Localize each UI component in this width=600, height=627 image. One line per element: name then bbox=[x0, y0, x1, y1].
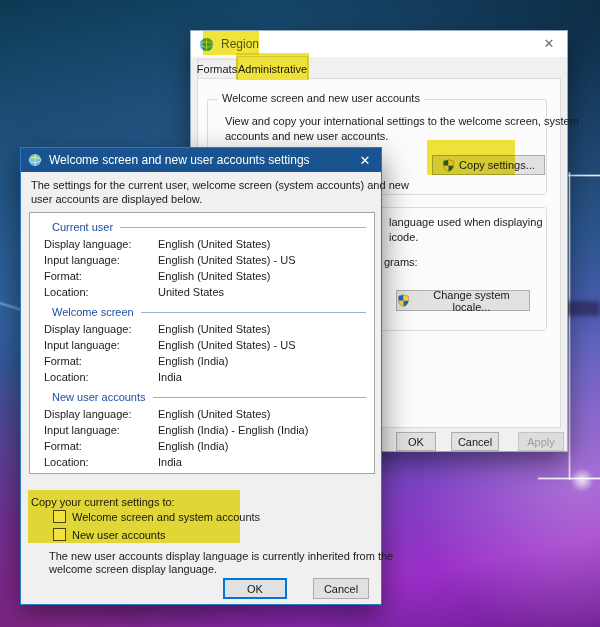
section-divider bbox=[120, 227, 366, 228]
intro-line: The settings for the current user, welco… bbox=[31, 178, 409, 192]
description-line: accounts and new user accounts. bbox=[225, 129, 579, 144]
row-label: Location: bbox=[44, 286, 158, 298]
list-item: Display language:English (United States) bbox=[30, 236, 374, 252]
row-label: Display language: bbox=[44, 408, 158, 420]
welcome-settings-dialog: Welcome screen and new user accounts set… bbox=[20, 147, 382, 605]
tab-administrative[interactable]: Administrative bbox=[237, 56, 308, 80]
row-label: Input language: bbox=[44, 339, 158, 351]
globe-icon bbox=[199, 37, 214, 52]
groupbox-description: View and copy your international setting… bbox=[225, 114, 579, 144]
tab-formats[interactable]: Formats bbox=[197, 59, 237, 79]
row-label: Input language: bbox=[44, 254, 158, 266]
list-item: Location:India bbox=[30, 454, 374, 470]
section-title: Welcome screen bbox=[52, 306, 134, 318]
settings-window-title: Welcome screen and new user accounts set… bbox=[49, 153, 310, 167]
section-title: New user accounts bbox=[52, 391, 146, 403]
row-value: English (India) bbox=[158, 355, 228, 367]
close-icon[interactable]: ✕ bbox=[349, 148, 381, 172]
checkbox-row-welcome-system[interactable]: Welcome screen and system accounts bbox=[53, 510, 260, 523]
section-welcome-screen: Welcome screen Display language:English … bbox=[30, 303, 374, 385]
section-title: Current user bbox=[52, 221, 113, 233]
row-value: English (United States) bbox=[158, 270, 271, 282]
list-item: Location:India bbox=[30, 369, 374, 385]
change-locale-label: Change system locale... bbox=[414, 289, 529, 313]
section-divider bbox=[153, 397, 366, 398]
settings-titlebar: Welcome screen and new user accounts set… bbox=[21, 148, 381, 172]
row-label: Format: bbox=[44, 355, 158, 367]
list-item: Format:English (United States) bbox=[30, 268, 374, 284]
list-item: Format:English (India) bbox=[30, 438, 374, 454]
groupbox-label: Welcome screen and new user accounts bbox=[218, 92, 424, 104]
list-item: Display language:English (United States) bbox=[30, 406, 374, 422]
section-current-user: Current user Display language:English (U… bbox=[30, 218, 374, 300]
row-value: English (India) - English (India) bbox=[158, 424, 308, 436]
copy-settings-label: Copy settings... bbox=[459, 159, 535, 171]
list-item: Input language:English (India) - English… bbox=[30, 422, 374, 438]
checkbox-label[interactable]: Welcome screen and system accounts bbox=[72, 511, 260, 523]
list-item: Location:United States bbox=[30, 284, 374, 300]
row-value: United States bbox=[158, 286, 224, 298]
close-icon[interactable]: ✕ bbox=[537, 31, 561, 55]
settings-cancel-button[interactable]: Cancel bbox=[313, 578, 369, 599]
checkbox-row-new-user[interactable]: New user accounts bbox=[53, 528, 166, 541]
region-titlebar: Region ✕ bbox=[191, 31, 567, 57]
row-label: Display language: bbox=[44, 323, 158, 335]
row-value: India bbox=[158, 371, 182, 383]
note-line: welcome screen display language. bbox=[49, 563, 393, 576]
checkbox-welcome-system-accounts[interactable] bbox=[53, 510, 66, 523]
row-value: English (United States) - US bbox=[158, 254, 296, 266]
list-item: Format:English (India) bbox=[30, 353, 374, 369]
region-window-title: Region bbox=[221, 37, 259, 51]
inheritance-note: The new user accounts display language i… bbox=[49, 550, 393, 576]
locale-text-fragment: language used when displaying bbox=[389, 216, 543, 228]
uac-shield-icon bbox=[397, 294, 410, 307]
copy-current-settings-label: Copy your current settings to: bbox=[31, 496, 175, 508]
description-line: View and copy your international setting… bbox=[225, 114, 579, 129]
row-label: Input language: bbox=[44, 424, 158, 436]
settings-intro-text: The settings for the current user, welco… bbox=[31, 178, 409, 206]
row-label: Location: bbox=[44, 371, 158, 383]
row-value: English (United States) - US bbox=[158, 339, 296, 351]
region-cancel-button[interactable]: Cancel bbox=[451, 432, 499, 451]
list-item: Input language:English (United States) -… bbox=[30, 337, 374, 353]
copy-settings-button[interactable]: Copy settings... bbox=[432, 155, 545, 175]
section-divider bbox=[141, 312, 366, 313]
settings-ok-button[interactable]: OK bbox=[223, 578, 287, 599]
list-item: Display language:English (United States) bbox=[30, 321, 374, 337]
row-value: English (United States) bbox=[158, 408, 271, 420]
row-value: English (India) bbox=[158, 440, 228, 452]
row-value: English (United States) bbox=[158, 238, 271, 250]
uac-shield-icon bbox=[442, 159, 455, 172]
row-value: English (United States) bbox=[158, 323, 271, 335]
note-line: The new user accounts display language i… bbox=[49, 550, 393, 563]
section-new-user-accounts: New user accounts Display language:Engli… bbox=[30, 388, 374, 470]
checkbox-label[interactable]: New user accounts bbox=[72, 529, 166, 541]
region-apply-button: Apply bbox=[518, 432, 564, 451]
change-system-locale-button[interactable]: Change system locale... bbox=[396, 290, 530, 311]
row-label: Location: bbox=[44, 456, 158, 468]
region-ok-button[interactable]: OK bbox=[396, 432, 436, 451]
row-label: Format: bbox=[44, 270, 158, 282]
locale-text-fragment: icode. bbox=[389, 231, 418, 243]
row-value: India bbox=[158, 456, 182, 468]
row-label: Display language: bbox=[44, 238, 158, 250]
row-label: Format: bbox=[44, 440, 158, 452]
intro-line: user accounts are displayed below. bbox=[31, 192, 409, 206]
checkbox-new-user-accounts[interactable] bbox=[53, 528, 66, 541]
globe-icon bbox=[28, 153, 42, 167]
locale-text-fragment: grams: bbox=[384, 256, 418, 268]
settings-listbox: Current user Display language:English (U… bbox=[29, 212, 375, 474]
list-item: Input language:English (United States) -… bbox=[30, 252, 374, 268]
